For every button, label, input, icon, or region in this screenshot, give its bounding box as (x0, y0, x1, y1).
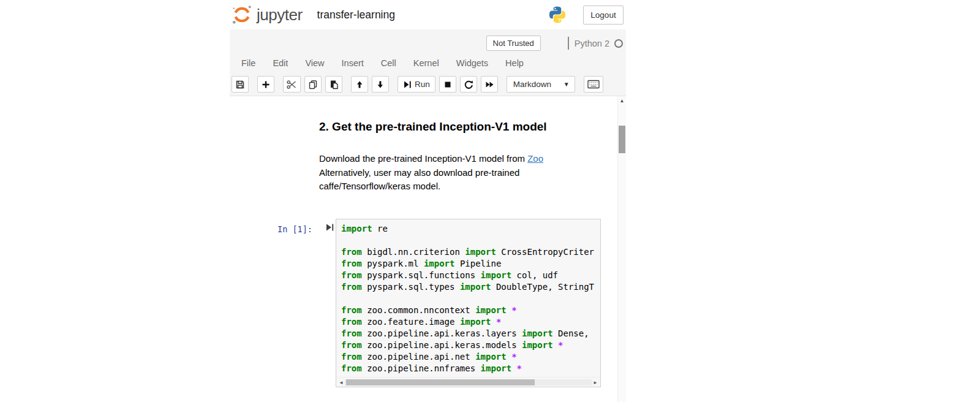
vertical-scrollbar-thumb[interactable] (619, 126, 625, 153)
code-line (341, 235, 595, 246)
page-vertical-scrollbar[interactable]: ▲ (617, 96, 626, 402)
command-palette-button[interactable] (584, 76, 603, 93)
python-logo-icon (548, 6, 567, 24)
menu-item-cell[interactable]: Cell (372, 53, 405, 73)
code-line: from zoo.pipeline.api.keras.models impor… (341, 339, 595, 351)
interrupt-kernel-button[interactable] (439, 76, 456, 93)
restart-icon (464, 80, 473, 89)
kernel-separator (568, 37, 569, 50)
cell-heading: 2. Get the pre-trained Inception-V1 mode… (319, 120, 563, 133)
insert-cell-below-button[interactable] (257, 76, 274, 93)
code-line (341, 293, 595, 305)
notebook-area: 2. Get the pre-trained Inception-V1 mode… (230, 96, 626, 402)
code-editor[interactable]: import refrom bigdl.nn.criterion import … (336, 219, 601, 387)
copy-icon (308, 80, 318, 89)
restart-kernel-button[interactable] (460, 76, 477, 93)
move-cell-up-button[interactable] (351, 76, 368, 93)
scroll-up-icon[interactable]: ▲ (618, 96, 626, 105)
jupyter-logo[interactable]: jupyter (232, 4, 303, 25)
run-icon (403, 80, 412, 89)
run-marker-icon (325, 223, 334, 232)
keyboard-icon (587, 80, 600, 89)
cell-type-value: Markdown (513, 80, 551, 89)
plus-icon (261, 80, 271, 89)
run-label: Run (415, 80, 430, 89)
run-cell-button[interactable]: Run (398, 76, 435, 93)
code-line: from zoo.common.nncontext import * (341, 305, 595, 316)
arrow-down-icon (375, 80, 385, 89)
logout-button[interactable]: Logout (583, 6, 624, 25)
jupyter-app: jupyter transfer-learning Logout Not Tru… (230, 0, 626, 402)
kernel-indicator: Python 2 (568, 37, 623, 50)
paste-icon (329, 80, 339, 89)
scroll-right-icon[interactable]: ► (592, 378, 599, 387)
menu-item-edit[interactable]: Edit (264, 53, 296, 73)
cell-type-dropdown[interactable]: Markdown ▼ (507, 76, 575, 93)
code-horizontal-scrollbar[interactable]: ◄ ► (336, 377, 600, 387)
menubar: File Edit View Insert Cell Kernel Widget… (230, 53, 626, 74)
cut-cell-button[interactable] (283, 76, 301, 93)
menu-item-insert[interactable]: Insert (333, 53, 372, 73)
header-right: Logout (548, 6, 626, 25)
code-cell[interactable]: In [1]: import refrom bigdl.nn.criterion… (230, 219, 617, 387)
notebook-chrome: Not Trusted Python 2 File Edit View Inse… (230, 29, 626, 96)
status-row: Not Trusted Python 2 (230, 29, 626, 53)
code-content[interactable]: import refrom bigdl.nn.criterion import … (336, 219, 600, 374)
jupyter-logo-text: jupyter (257, 6, 303, 25)
code-line: from bigdl.nn.criterion import CrossEntr… (341, 246, 595, 258)
cell-paragraph: Download the pre-trained Inception-V1 mo… (319, 152, 563, 194)
restart-run-all-button[interactable] (481, 76, 498, 93)
copy-cell-button[interactable] (304, 76, 322, 93)
code-line: from pyspark.sql.functions import col, u… (341, 270, 595, 281)
scissors-icon (287, 80, 297, 89)
menu-item-widgets[interactable]: Widgets (448, 53, 497, 73)
code-line: from zoo.feature.image import * (341, 316, 595, 328)
menu-item-help[interactable]: Help (497, 53, 532, 73)
fast-forward-icon (484, 80, 494, 89)
zoo-link[interactable]: Zoo (527, 153, 543, 164)
markdown-cell[interactable]: 2. Get the pre-trained Inception-V1 mode… (319, 120, 563, 194)
scroll-left-icon[interactable]: ◄ (337, 378, 345, 387)
notebook-title[interactable]: transfer-learning (317, 9, 395, 21)
kernel-idle-icon (614, 39, 623, 48)
arrow-up-icon (355, 80, 364, 89)
stop-icon (443, 80, 453, 89)
code-line: from zoo.pipeline.api.keras.layers impor… (341, 328, 595, 339)
code-line: from zoo.pipeline.nnframes import * (341, 363, 595, 374)
header: jupyter transfer-learning Logout (230, 0, 626, 29)
menu-item-file[interactable]: File (233, 53, 264, 73)
code-line: from zoo.pipeline.api.net import * (341, 351, 595, 363)
code-line: from pyspark.sql.types import DoubleType… (341, 281, 595, 293)
cell-prompt: In [1]: (273, 224, 312, 234)
paste-cell-button[interactable] (325, 76, 342, 93)
kernel-name: Python 2 (575, 39, 609, 48)
page: jupyter transfer-learning Logout Not Tru… (0, 0, 980, 402)
floppy-icon (235, 80, 245, 89)
save-button[interactable] (232, 76, 249, 93)
chevron-down-icon: ▼ (564, 81, 570, 88)
code-line: from pyspark.ml import Pipeline (341, 258, 595, 270)
menu-item-kernel[interactable]: Kernel (405, 53, 448, 73)
code-line: import re (341, 223, 595, 235)
paragraph-text-after-link: Alternatively, user may also download pr… (319, 167, 519, 192)
trust-button[interactable]: Not Trusted (486, 36, 541, 51)
move-cell-down-button[interactable] (372, 76, 389, 93)
paragraph-text-before-link: Download the pre-trained Inception-V1 mo… (319, 153, 527, 164)
jupyter-orbit-icon (232, 4, 252, 25)
horizontal-scrollbar-thumb[interactable] (346, 379, 535, 385)
toolbar: Run (230, 74, 626, 93)
menu-item-view[interactable]: View (296, 53, 333, 73)
notebook-content: 2. Get the pre-trained Inception-V1 mode… (230, 96, 617, 402)
